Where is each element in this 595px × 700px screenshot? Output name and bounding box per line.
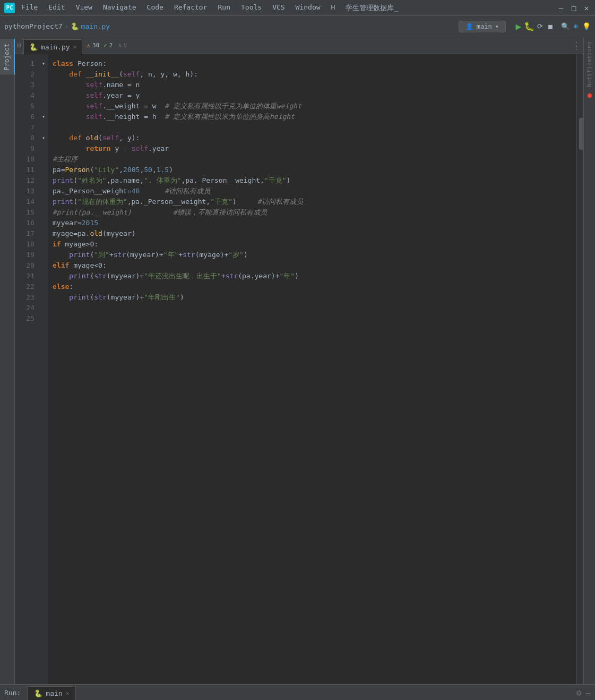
main-tab[interactable]: 🐍 main.py ✕ [23,39,82,54]
tab-bar: ⊟ 🐍 main.py ✕ ⚠ 30 ✓ 2 ∧ ∨ ⋮ [15,37,583,54]
line-num-9: 9 [17,143,35,154]
far-left-panel: Project [0,37,15,684]
code-line-24 [48,303,576,313]
code-line-25 [48,313,576,324]
search-icon[interactable]: 🔍 [561,22,570,31]
line-num-24: 24 [17,303,35,313]
line-num-16: 16 [17,218,35,228]
menu-view[interactable]: View [74,2,94,14]
fold-25 [39,313,48,324]
code-line-18: if myage>0: [48,239,576,250]
scroll-thumb[interactable] [579,118,583,150]
check-icon: ✓ [104,42,107,49]
menu-bar: File Edit View Navigate Code Refactor Ru… [19,2,557,14]
line-num-4: 4 [17,90,35,101]
git-branch-button[interactable]: 👤 main ▾ [459,21,506,32]
code-line-21: print(str(myyear)+"年还没出生呢，出生于"+str(pa.ye… [48,271,576,281]
nav-up-icon[interactable]: ∧ [118,42,122,49]
run-tab-label: main [46,689,62,697]
code-line-23: print(str(myyear)+"年刚出生") [48,292,576,303]
menu-tools[interactable]: Tools [239,2,264,14]
fold-1[interactable]: ▾ [39,58,48,69]
fold-23 [39,292,48,303]
line-num-17: 17 [17,228,35,239]
stop-button[interactable]: ■ [546,22,555,31]
tab-more-options[interactable]: ⋮ [572,40,581,51]
code-line-19: print("到"+str(myyear)+"年"+str(myage)+"岁"… [48,250,576,260]
minimize-button[interactable]: — [557,4,565,12]
minimize-panel-icon[interactable]: — [585,688,591,698]
breadcrumb: pythonProject7 › 🐍 main.py [4,22,110,30]
run-tab-icon: 🐍 [34,689,42,697]
run-tab-close[interactable]: ✕ [66,690,70,697]
fold-12 [39,175,48,186]
line-num-11: 11 [17,165,35,175]
code-line-20: elif myage<0: [48,260,576,271]
code-editor-area[interactable]: 1 2 3 4 5 6 7 8 9 10 11 12 13 14 15 16 1… [15,54,583,684]
notification-dot [588,93,592,98]
file-breadcrumb[interactable]: main.py [81,22,110,30]
notifications-label[interactable]: Notifications [584,37,595,91]
line-num-3: 3 [17,80,35,90]
fold-20 [39,260,48,271]
fold-16 [39,218,48,228]
fold-7 [39,122,48,133]
menu-vcs[interactable]: VCS [270,2,287,14]
run-button[interactable]: ▶ [514,22,523,31]
fold-13 [39,186,48,197]
project-panel-label[interactable]: Project [0,39,15,75]
debug-button[interactable]: 🐛 [525,22,533,31]
code-line-9: return y - self.year [48,143,576,154]
line-num-23: 23 [17,292,35,303]
line-num-7: 7 [17,122,35,133]
tip-icon[interactable]: 💡 [582,22,591,31]
check-count: 2 [109,42,113,49]
fold-24 [39,303,48,313]
menu-code[interactable]: Code [145,2,166,14]
fold-gutter: ▾ ▾ ▾ [39,54,48,684]
collapse-button[interactable]: ⊟ [17,41,21,49]
project-breadcrumb[interactable]: pythonProject7 [4,22,63,30]
fold-22 [39,281,48,292]
window-controls: — □ ✕ [557,4,591,12]
minimap-scrollbar[interactable] [576,54,583,684]
fold-18 [39,239,48,250]
line-num-8: 8 [17,133,35,143]
settings-icon[interactable]: ⚙ [576,688,582,698]
code-line-5: self.__weight = w # 定义私有属性以千克为单位的体重weigh… [48,101,576,112]
maximize-button[interactable]: □ [570,4,578,12]
code-line-17: myage=pa.old(myyear) [48,228,576,239]
code-line-1: class Person: [48,58,576,69]
line-num-20: 20 [17,260,35,271]
fold-6[interactable]: ▾ [39,112,48,122]
run-main-tab[interactable]: 🐍 main ✕ [27,686,76,701]
code-line-22: else: [48,281,576,292]
line-num-13: 13 [17,186,35,197]
menu-edit[interactable]: Edit [46,2,67,14]
nav-down-icon[interactable]: ∨ [124,42,127,49]
close-button[interactable]: ✕ [582,4,591,12]
app-icon: PC [4,3,15,13]
profile-button[interactable]: ⟳ [536,22,544,31]
menu-project[interactable]: 学生管理数据库_ [343,2,400,14]
fold-8[interactable]: ▾ [39,133,48,143]
code-line-7 [48,122,576,133]
line-num-15: 15 [17,207,35,218]
code-content[interactable]: class Person: def __init__(self, n, y, w… [48,54,576,684]
line-num-21: 21 [17,271,35,281]
menu-run[interactable]: Run [216,2,232,14]
add-bookmark-icon[interactable]: ⊕ [572,22,580,31]
menu-window[interactable]: Window [294,2,323,14]
menu-refactor[interactable]: Refactor [172,2,210,14]
code-line-10: #主程序 [48,154,576,165]
fold-5 [39,101,48,112]
tab-close-icon[interactable]: ✕ [73,44,77,50]
line-numbers: 1 2 3 4 5 6 7 8 9 10 11 12 13 14 15 16 1… [15,54,39,684]
title-bar: PC File Edit View Navigate Code Refactor… [0,0,595,16]
code-line-14: print("现在的体重为",pa._Person__weight,"千克") … [48,197,576,207]
menu-file[interactable]: File [19,2,40,14]
menu-navigate[interactable]: Navigate [101,2,139,14]
fold-4 [39,90,48,101]
warning-icon: ⚠ [87,42,90,49]
menu-h[interactable]: H [329,2,338,14]
